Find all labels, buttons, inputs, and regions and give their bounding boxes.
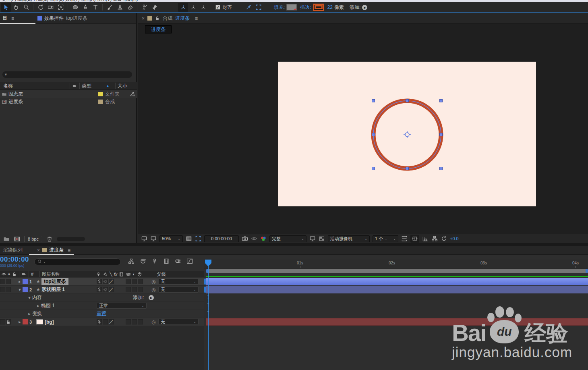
transform-group-row[interactable]: ► 变换 重置 <box>0 310 204 318</box>
solid-color-swatch[interactable] <box>36 319 43 324</box>
histogram-icon[interactable] <box>422 235 429 242</box>
lock-column-icon[interactable] <box>12 272 17 277</box>
video-toggle[interactable] <box>0 319 5 324</box>
layer-1-duration-bar[interactable] <box>206 278 588 285</box>
shy-switch[interactable] <box>97 287 102 292</box>
hand-tool-button[interactable] <box>11 3 21 12</box>
layer-1-in-point[interactable] <box>204 279 206 285</box>
close-tab-icon[interactable]: × <box>37 247 40 253</box>
layer-name[interactable]: top进度条 <box>41 278 68 285</box>
snap-bounds-icon[interactable] <box>253 3 263 12</box>
local-axis-mode-button[interactable] <box>178 3 188 12</box>
show-channels-icon[interactable] <box>260 235 267 242</box>
rotation-tool-button[interactable] <box>35 3 46 12</box>
pixel-aspect-correction-button[interactable] <box>410 235 419 243</box>
parent-pickwhip-icon[interactable]: ◎ <box>151 279 155 285</box>
puppet-pin-tool-button[interactable] <box>149 3 159 12</box>
zoom-tool-button[interactable] <box>21 3 31 12</box>
composition-canvas[interactable] <box>278 62 536 206</box>
switch-cell[interactable] <box>132 287 137 292</box>
quality-switch-icon[interactable]: ╲ <box>110 272 112 277</box>
shy-switch[interactable] <box>97 279 102 284</box>
expand-arrow-icon[interactable]: ► <box>35 304 41 308</box>
layer-label-color[interactable] <box>23 279 28 284</box>
layer-name[interactable]: 形状图层 1 <box>41 286 65 293</box>
quality-switch[interactable]: ／ <box>109 279 114 284</box>
show-snapshot-eye-icon[interactable] <box>251 235 257 242</box>
project-item-solids-folder[interactable]: 固态层 文件夹 <box>0 90 137 98</box>
region-of-interest-icon[interactable] <box>195 235 201 242</box>
video-toggle[interactable] <box>0 279 5 284</box>
color-depth-button[interactable]: 8 bpc <box>24 236 42 242</box>
search-options-arrow[interactable]: ⌄ <box>43 260 46 264</box>
contents-label[interactable]: 内容 <box>32 294 42 301</box>
tab-timeline-comp[interactable]: 进度条 <box>49 247 64 254</box>
frame-blend-switch-icon[interactable] <box>119 272 124 277</box>
layer-row-1[interactable]: ► 1 ★ top进度条 ／ ◎ 无⌄ <box>0 278 204 286</box>
camera-view-dropdown[interactable]: 活动摄像机⌄ <box>328 235 370 242</box>
collapse-arrow-icon[interactable]: ▼ <box>17 288 23 292</box>
project-item-progressbar-comp[interactable]: 进度条 合成 <box>0 98 137 106</box>
type-tool-button[interactable] <box>90 3 100 12</box>
project-tab-menu-icon[interactable]: ≡ <box>11 16 14 21</box>
main-viewer-icon[interactable] <box>150 235 157 242</box>
new-folder-icon[interactable] <box>3 236 10 242</box>
quality-switch[interactable]: ／ <box>109 319 114 324</box>
camera-tool-button[interactable] <box>46 3 56 12</box>
effects-fx-icon[interactable]: fx <box>114 272 118 276</box>
composition-panel-comp-name[interactable]: 进度条 <box>175 15 190 22</box>
clone-stamp-tool-button[interactable] <box>115 3 125 12</box>
collapse-switch[interactable] <box>103 319 108 324</box>
column-size[interactable]: 大小 <box>118 83 137 89</box>
layer-name[interactable]: [bg] <box>45 319 54 325</box>
collapse-transformations-icon[interactable] <box>103 272 108 277</box>
comp-viewer-tab[interactable]: 进度条 <box>145 25 172 33</box>
view-layout-dropdown[interactable]: 1 个…⌄ <box>373 235 398 242</box>
project-search-strip[interactable]: ▼ <box>2 71 132 78</box>
switch-cell[interactable] <box>126 287 131 292</box>
lock-toggle[interactable] <box>6 319 11 324</box>
layer-label-color[interactable] <box>23 287 28 292</box>
layer-label-color[interactable] <box>23 319 28 324</box>
eraser-tool-button[interactable] <box>125 3 135 12</box>
reset-exposure-icon[interactable] <box>441 235 447 242</box>
footer-scrollbar[interactable] <box>57 237 85 241</box>
layer-row-3[interactable]: ► 3 [bg] ／ ◎ 无⌄ <box>0 318 204 326</box>
audio-toggle[interactable] <box>6 287 11 292</box>
new-composition-icon[interactable] <box>14 236 20 242</box>
parent-dropdown[interactable]: 无⌄ <box>158 319 199 325</box>
project-item-name[interactable]: 进度条 <box>8 98 96 105</box>
add-contents-button[interactable]: ▸ <box>149 295 154 300</box>
blend-mode-dropdown[interactable]: 正常⌄ <box>97 303 147 309</box>
snap-options-icon[interactable] <box>243 3 253 12</box>
composition-mini-flowchart-icon[interactable] <box>128 258 135 264</box>
world-axis-mode-button[interactable] <box>188 3 198 12</box>
shy-switch[interactable] <box>97 319 102 324</box>
quality-switch[interactable]: ／ <box>109 287 114 292</box>
fast-previews-icon[interactable] <box>309 235 316 242</box>
draft-3d-icon[interactable] <box>140 258 146 264</box>
work-area-end-handle[interactable] <box>586 269 588 273</box>
ellipse-group-row[interactable]: ► 椭圆 1 正常⌄ <box>0 302 204 310</box>
layer-2-duration-bar[interactable] <box>206 286 588 293</box>
collapse-switch[interactable] <box>103 279 108 284</box>
expand-arrow-icon[interactable]: ► <box>17 280 23 284</box>
snap-toggle[interactable]: ✓ 对齐 <box>215 4 232 11</box>
mini-flowchart-icon[interactable] <box>431 235 438 242</box>
label-column-tag-icon[interactable] <box>72 83 77 89</box>
time-ruler[interactable]: 0s 01s 02s 03s 04s <box>204 260 588 268</box>
expand-arrow-icon[interactable]: ► <box>27 312 32 316</box>
snapshot-camera-icon[interactable] <box>242 235 248 242</box>
transform-label[interactable]: 变换 <box>32 310 42 317</box>
panel-splitter[interactable] <box>0 243 588 246</box>
transparency-grid-icon[interactable] <box>319 235 325 242</box>
adjustment-layer-icon[interactable]: ◐ <box>133 272 135 276</box>
column-number[interactable]: # <box>31 272 37 276</box>
consolidate-icon[interactable] <box>130 91 135 97</box>
parent-pickwhip-icon[interactable]: ◎ <box>151 319 155 325</box>
parent-dropdown[interactable]: 无⌄ <box>158 287 199 293</box>
pen-tool-button[interactable] <box>80 3 90 12</box>
lock-toggle[interactable] <box>11 287 17 292</box>
add-shape-button[interactable]: ▸ <box>362 5 367 10</box>
switch-cell[interactable] <box>138 287 143 292</box>
